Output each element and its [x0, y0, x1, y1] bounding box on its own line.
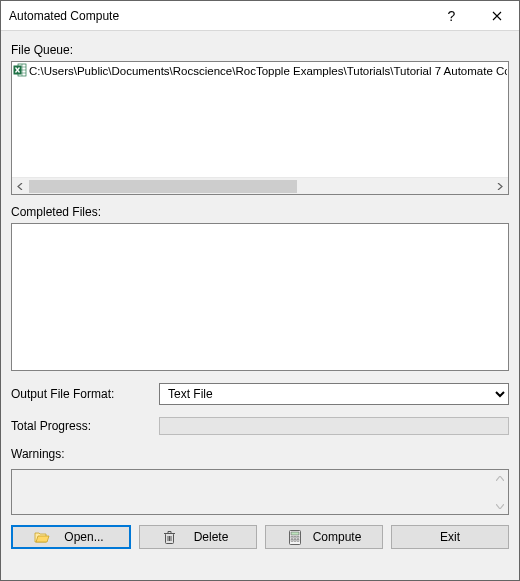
progress-bar [159, 417, 509, 435]
svg-rect-16 [294, 539, 296, 541]
warnings-label: Warnings: [11, 447, 509, 461]
compute-button[interactable]: Compute [265, 525, 383, 549]
exit-button[interactable]: Exit [391, 525, 509, 549]
output-format-select[interactable]: Text File [159, 383, 509, 405]
completed-files-list[interactable] [11, 223, 509, 371]
horizontal-scrollbar[interactable] [12, 177, 508, 194]
output-format-label: Output File Format: [11, 387, 151, 401]
svg-rect-12 [291, 536, 293, 538]
help-button[interactable]: ? [429, 1, 474, 31]
svg-rect-11 [291, 532, 299, 535]
completed-files-label: Completed Files: [11, 205, 509, 219]
file-path-text: C:\Users\Public\Documents\Rocscience\Roc… [29, 65, 507, 77]
button-label: Delete [187, 530, 235, 544]
list-item[interactable]: C:\Users\Public\Documents\Rocscience\Roc… [13, 63, 507, 79]
titlebar: Automated Compute ? [1, 1, 519, 31]
file-queue-list[interactable]: C:\Users\Public\Documents\Rocscience\Roc… [11, 61, 509, 195]
button-label: Compute [313, 530, 362, 544]
svg-rect-15 [291, 539, 293, 541]
calculator-icon [287, 529, 303, 545]
trash-icon [161, 529, 177, 545]
button-label: Open... [60, 530, 108, 544]
button-label: Exit [426, 530, 474, 544]
folder-open-icon [34, 529, 50, 545]
scroll-left-arrow[interactable] [12, 178, 29, 195]
scroll-thumb[interactable] [29, 180, 297, 193]
window-title: Automated Compute [9, 9, 429, 23]
file-queue-label: File Queue: [11, 43, 509, 57]
scroll-track[interactable] [29, 178, 491, 195]
scroll-right-arrow[interactable] [491, 178, 508, 195]
svg-rect-14 [297, 536, 299, 538]
open-button[interactable]: Open... [11, 525, 131, 549]
dialog-automated-compute: Automated Compute ? File Queue: [0, 0, 520, 581]
help-icon: ? [448, 8, 456, 24]
scroll-down-arrow[interactable] [496, 501, 504, 511]
total-progress-label: Total Progress: [11, 419, 151, 433]
list-items-container: C:\Users\Public\Documents\Rocscience\Roc… [12, 62, 508, 177]
vertical-scrollbar[interactable] [491, 470, 508, 514]
close-icon [492, 8, 502, 24]
button-row: Open... Delete [11, 525, 509, 549]
delete-button[interactable]: Delete [139, 525, 257, 549]
excel-file-icon [13, 63, 27, 79]
dialog-content: File Queue: C:\U [1, 31, 519, 580]
svg-rect-13 [294, 536, 296, 538]
scroll-up-arrow[interactable] [496, 473, 504, 483]
close-button[interactable] [474, 1, 519, 31]
svg-rect-17 [297, 539, 299, 541]
warnings-box [11, 469, 509, 515]
